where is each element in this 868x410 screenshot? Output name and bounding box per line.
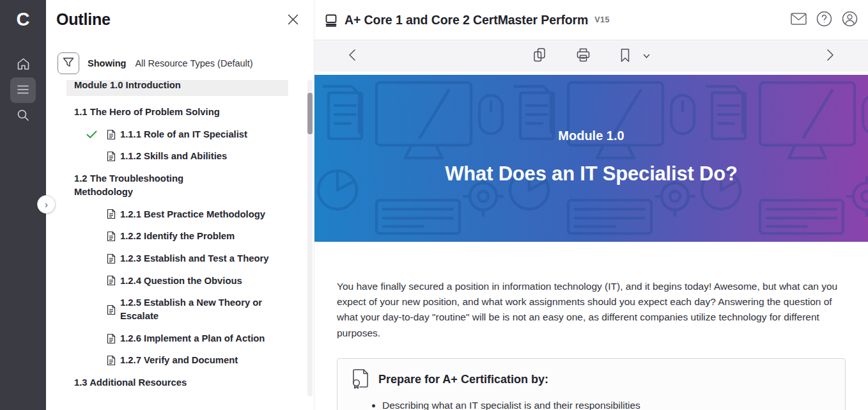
- close-icon: [288, 17, 298, 27]
- next-page-button[interactable]: [823, 46, 837, 66]
- outline-section-item[interactable]: 1.3 Additional Resources: [46, 376, 314, 390]
- outline-topic-item[interactable]: 1.2.5 Establish a New Theory or Escalate: [46, 296, 314, 322]
- document-icon: [107, 275, 120, 286]
- bookmark-button[interactable]: [617, 45, 633, 67]
- module-banner: Module 1.0 What Does an IT Specialist Do…: [314, 75, 868, 242]
- document-icon: [107, 231, 120, 242]
- close-outline-button[interactable]: [288, 14, 298, 27]
- outline-panel: Outline Showing All Resource Types (Defa…: [46, 0, 314, 410]
- outline-section-item[interactable]: Module 1.0 Introduction: [66, 80, 288, 96]
- outline-topic-item[interactable]: 1.1.1 Role of an IT Specialist: [46, 128, 314, 141]
- messages-button[interactable]: [791, 13, 807, 27]
- home-icon: [17, 58, 30, 72]
- callout-bullet-list: Describing what an IT specialist is and …: [382, 398, 832, 410]
- comptia-logo: C: [17, 6, 30, 32]
- chevron-right-icon: [826, 49, 835, 63]
- document-icon: [107, 129, 120, 140]
- module-label: Module 1.0: [314, 129, 868, 143]
- course-title: A+ Core 1 and Core 2 CertMaster Perform: [345, 13, 588, 28]
- outline-scrollbar[interactable]: [307, 80, 313, 397]
- outline-item-label: 1.2.6 Implement a Plan of Action: [120, 332, 265, 345]
- search-icon: [17, 109, 29, 123]
- help-icon: [816, 11, 832, 29]
- callout-heading: Prepare for A+ Certification by:: [378, 373, 548, 386]
- certificate-icon: [352, 368, 369, 391]
- outline-list: Module 1.0 Introduction1.1 The Hero of P…: [46, 80, 314, 397]
- document-icon: [107, 304, 120, 315]
- lesson-content[interactable]: Module 1.0 What Does an IT Specialist Do…: [314, 75, 868, 410]
- filter-button[interactable]: [58, 52, 79, 74]
- copy-icon: [532, 47, 546, 65]
- outline-item-label: 1.2 The Troubleshooting Methodology: [74, 172, 233, 198]
- outline-item-label: 1.2.5 Establish a New Theory or Escalate: [120, 296, 279, 322]
- chevron-down-icon: [643, 51, 650, 61]
- document-icon: [107, 151, 120, 162]
- help-button[interactable]: [816, 11, 832, 29]
- main-area: A+ Core 1 and Core 2 CertMaster Perform …: [314, 0, 868, 410]
- outline-topic-item[interactable]: 1.2.7 Verify and Document: [46, 354, 314, 367]
- outline-section-item[interactable]: 1.1 The Hero of Problem Solving: [46, 106, 314, 119]
- outline-item-label: 1.2.7 Verify and Document: [120, 354, 238, 367]
- account-icon: [842, 11, 858, 29]
- outline-menu-button[interactable]: [10, 77, 36, 103]
- check-icon: [86, 130, 107, 139]
- outline-item-label: 1.1.2 Skills and Abilities: [120, 150, 227, 163]
- previous-page-button[interactable]: [345, 46, 359, 66]
- outline-item-label: 1.2.2 Identify the Problem: [120, 230, 235, 243]
- account-button[interactable]: [842, 11, 858, 29]
- document-icon: [107, 355, 120, 366]
- certification-callout: Prepare for A+ Certification by: Describ…: [337, 358, 846, 410]
- outline-item-label: 1.2.1 Best Practice Methodology: [120, 208, 265, 221]
- outline-item-label: 1.1.1 Role of an IT Specialist: [120, 128, 247, 141]
- outline-item-label: 1.2.3 Establish and Test a Theory: [120, 252, 268, 265]
- course-version: V15: [594, 15, 609, 24]
- resource-filter-row: Showing All Resource Types (Default): [58, 52, 314, 74]
- printer-icon: [576, 47, 591, 65]
- chevron-right-small-icon: ›: [45, 199, 48, 210]
- search-button[interactable]: [10, 103, 36, 129]
- outline-topic-item[interactable]: 1.1.2 Skills and Abilities: [46, 150, 314, 163]
- home-button[interactable]: [10, 52, 36, 77]
- tech-pattern-illustration: [314, 75, 868, 242]
- reader-toolbar: [314, 40, 868, 72]
- filter-funnel-icon: [63, 57, 74, 70]
- panel-expand-toggle[interactable]: ›: [37, 195, 56, 214]
- outline-topic-item[interactable]: 1.2.6 Implement a Plan of Action: [46, 332, 314, 345]
- outline-scrollbar-thumb[interactable]: [307, 93, 313, 134]
- outline-item-label: 1.1 The Hero of Problem Solving: [74, 106, 220, 119]
- course-header: A+ Core 1 and Core 2 CertMaster Perform …: [314, 0, 868, 40]
- document-icon: [107, 333, 120, 344]
- outline-topic-item[interactable]: 1.2.3 Establish and Test a Theory: [46, 252, 314, 265]
- module-title: What Does an IT Specialist Do?: [314, 162, 868, 185]
- mail-icon: [791, 13, 807, 27]
- outline-item-label: 1.3 Additional Resources: [74, 376, 187, 390]
- outline-section-item[interactable]: 1.2 The Troubleshooting Methodology: [46, 172, 314, 198]
- filter-value: All Resource Types (Default): [135, 58, 252, 68]
- intro-paragraph: You have finally secured a position in i…: [337, 279, 846, 341]
- copy-button[interactable]: [530, 45, 549, 67]
- book-icon: [325, 13, 337, 27]
- bookmark-icon: [620, 48, 630, 65]
- outline-panel-title: Outline: [56, 10, 111, 29]
- bookmark-menu-button[interactable]: [640, 49, 653, 63]
- app-window: C Outline: [0, 0, 868, 410]
- outline-topic-item[interactable]: 1.2.4 Question the Obvious: [46, 274, 314, 288]
- outline-item-label: 1.2.4 Question the Obvious: [120, 274, 242, 288]
- print-button[interactable]: [573, 45, 593, 67]
- document-icon: [107, 209, 120, 219]
- outline-topic-item[interactable]: 1.2.2 Identify the Problem: [46, 230, 314, 243]
- outline-topic-item[interactable]: 1.2.1 Best Practice Methodology: [46, 208, 314, 221]
- document-icon: [107, 253, 120, 264]
- chevron-left-icon: [348, 49, 357, 63]
- showing-label: Showing: [88, 58, 126, 68]
- callout-bullet: Describing what an IT specialist is and …: [382, 398, 832, 410]
- menu-icon: [17, 84, 29, 97]
- outline-item-label: Module 1.0 Introduction: [74, 80, 181, 91]
